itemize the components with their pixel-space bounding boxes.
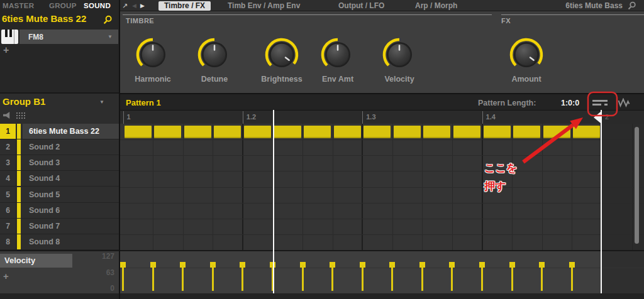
step-cell-4[interactable]: [214, 126, 241, 138]
plugin-tab-bar: ↗ ◀ ▶ Timbre / FXTimb Env / Amp EnvOutpu…: [119, 0, 644, 11]
bottom-strip: [0, 293, 644, 299]
sound-color-strip: [17, 139, 21, 155]
sound-panel-header: MASTERGROUPSOUND 6ties Mute Bass 22 FM8 …: [0, 0, 119, 92]
sound-name: Sound 4: [23, 171, 119, 186]
plugin-selector[interactable]: FM8 ▼: [19, 30, 118, 44]
sound-name: Sound 2: [23, 139, 119, 155]
annotation-text-line1: ここを: [484, 161, 517, 175]
group-header: Group B1 ▼: [0, 92, 119, 124]
sound-row-8[interactable]: 8Sound 8: [0, 234, 119, 250]
sound-color-strip: [17, 124, 21, 139]
maschine-window: MASTERGROUPSOUND 6ties Mute Bass 22 FM8 …: [0, 0, 644, 299]
step-cell-13[interactable]: [484, 126, 511, 138]
sound-search-icon[interactable]: [103, 15, 113, 24]
plugin-tab-4[interactable]: Arp / Morph: [415, 1, 457, 10]
step-cell-1[interactable]: [125, 126, 152, 138]
step-cell-10[interactable]: [394, 126, 421, 138]
sound-name: Sound 8: [23, 234, 119, 249]
velocity-midline: [119, 268, 644, 268]
add-plugin-button[interactable]: +: [3, 45, 9, 56]
velocity-bar-stem-10: [391, 264, 393, 291]
mute-speaker-icon[interactable]: [3, 111, 11, 119]
fx-section-line: [501, 14, 644, 15]
step-cell-2[interactable]: [154, 126, 181, 138]
step-mode-icon[interactable]: [592, 100, 608, 106]
timbre-section-title: TIMBRE: [126, 17, 154, 24]
step-grid[interactable]: [119, 124, 644, 250]
pattern-end-line[interactable]: [601, 110, 602, 293]
sound-row-2[interactable]: 2Sound 2: [0, 139, 119, 155]
sound-list: 16ties Mute Bass 222Sound 23Sound 34Soun…: [0, 124, 119, 250]
plugin-tab-2[interactable]: Timb Env / Amp Env: [228, 1, 300, 10]
preset-search-icon[interactable]: [628, 1, 636, 10]
timeline-tick-1.2: [243, 111, 243, 124]
pattern-length-label: Pattern Length:: [478, 99, 536, 107]
grid-row-line-4: [119, 187, 644, 188]
knob-label-1: Harmonic: [118, 75, 187, 84]
group-name[interactable]: Group B1: [3, 96, 45, 107]
knob-detune[interactable]: [196, 35, 233, 73]
plugin-tab-1[interactable]: Timbre / FX: [158, 1, 211, 11]
step-cell-3[interactable]: [184, 126, 211, 138]
group-chevron-down-icon[interactable]: ▼: [99, 99, 104, 105]
annotation-text-line2: 押す: [484, 179, 506, 193]
vertical-scrollbar[interactable]: [635, 127, 639, 244]
velocity-lane[interactable]: [119, 250, 644, 293]
velocity-bar-stem-13: [481, 264, 483, 291]
step-cell-14[interactable]: [513, 126, 540, 138]
sound-color-strip: [17, 203, 21, 218]
pattern-end-marker-icon[interactable]: [594, 112, 601, 123]
timeline-ruler[interactable]: 11.21.31.42: [119, 110, 644, 124]
pattern-length-value[interactable]: 1:0:0: [561, 99, 579, 107]
pad-grid-icon[interactable]: [16, 112, 25, 119]
velocity-bar-stem-12: [451, 264, 453, 291]
step-cell-16[interactable]: [573, 126, 600, 138]
knob-brightness[interactable]: [263, 35, 301, 73]
plugin-tab-3[interactable]: Output / LFO: [338, 1, 384, 10]
velocity-bar-stem-14: [511, 264, 513, 291]
grid-row-line-6: [119, 219, 644, 219]
velocity-bar-stem-3: [182, 264, 184, 291]
timeline-tick-1.3: [362, 111, 363, 124]
add-modulation-lane-button[interactable]: +: [3, 271, 9, 281]
knob-velocity[interactable]: [380, 35, 418, 73]
next-bar-region-velocity: [601, 251, 644, 295]
prev-plugin-icon[interactable]: ◀: [132, 0, 136, 11]
step-cell-7[interactable]: [304, 126, 331, 138]
preset-name: 6ties Mute Bass: [565, 1, 623, 10]
step-cell-8[interactable]: [334, 126, 361, 138]
knob-amount[interactable]: [508, 35, 545, 73]
sound-name: Sound 7: [23, 219, 119, 234]
audio-waveform-icon[interactable]: [618, 98, 630, 107]
sound-row-5[interactable]: 5Sound 5: [0, 187, 119, 203]
step-cell-5[interactable]: [244, 126, 271, 138]
velocity-bar-stem-1: [122, 264, 124, 291]
sound-row-6[interactable]: 6Sound 6: [0, 203, 119, 219]
detach-window-icon[interactable]: ↗: [122, 0, 128, 11]
step-cell-12[interactable]: [453, 126, 480, 138]
context-tab-sound[interactable]: SOUND: [84, 2, 111, 9]
knob-env-amt[interactable]: [319, 35, 357, 73]
pattern-name[interactable]: Pattern 1: [126, 98, 161, 107]
knob-harmonic[interactable]: [134, 35, 172, 73]
grid-row-line-7: [119, 234, 644, 235]
velocity-scale-63: 63: [77, 268, 114, 277]
context-tab-group[interactable]: GROUP: [49, 2, 77, 9]
velocity-bar-stem-16: [571, 264, 573, 291]
sound-name: Sound 5: [23, 187, 119, 202]
fx-section-title: FX: [501, 17, 511, 24]
step-cell-15[interactable]: [543, 126, 570, 138]
step-cell-11[interactable]: [423, 126, 450, 138]
velocity-lane-selector[interactable]: Velocity: [0, 254, 72, 268]
timeline-label-1.4: 1.4: [486, 113, 496, 121]
velocity-bar-stem-9: [362, 264, 364, 291]
sound-row-7[interactable]: 7Sound 7: [0, 219, 119, 234]
next-plugin-icon[interactable]: ▶: [140, 0, 145, 11]
step-cell-9[interactable]: [364, 126, 391, 138]
sound-row-1[interactable]: 16ties Mute Bass 22: [0, 124, 119, 139]
sound-row-3[interactable]: 3Sound 3: [0, 155, 119, 171]
sound-row-4[interactable]: 4Sound 4: [0, 171, 119, 187]
step-cell-6[interactable]: [274, 126, 301, 138]
sound-number: 5: [0, 187, 16, 202]
context-tab-master[interactable]: MASTER: [3, 2, 34, 9]
